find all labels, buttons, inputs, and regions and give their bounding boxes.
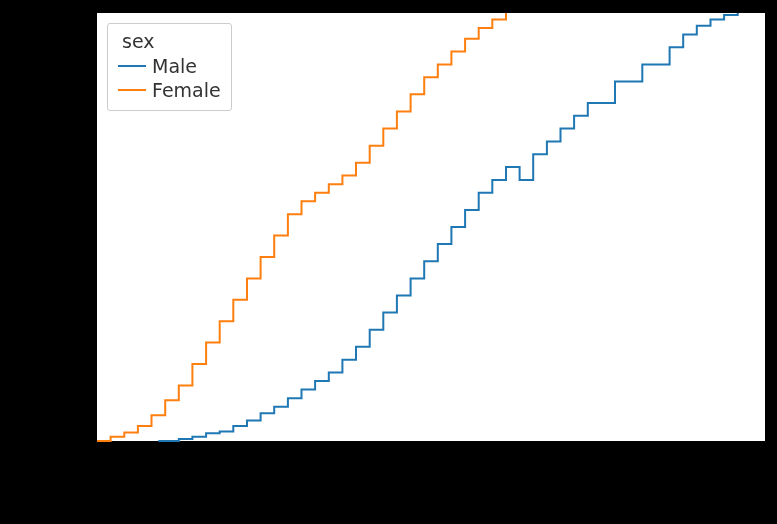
- plot-area: sex Male Female: [96, 12, 766, 442]
- legend-label-male: Male: [152, 55, 197, 77]
- legend-swatch-male: [118, 65, 146, 67]
- legend: sex Male Female: [107, 23, 232, 111]
- legend-entry-male: Male: [118, 54, 221, 78]
- legend-swatch-female: [118, 89, 146, 91]
- legend-title: sex: [122, 30, 221, 52]
- legend-label-female: Female: [152, 79, 221, 101]
- line-series-male: [158, 13, 737, 441]
- legend-entry-female: Female: [118, 78, 221, 102]
